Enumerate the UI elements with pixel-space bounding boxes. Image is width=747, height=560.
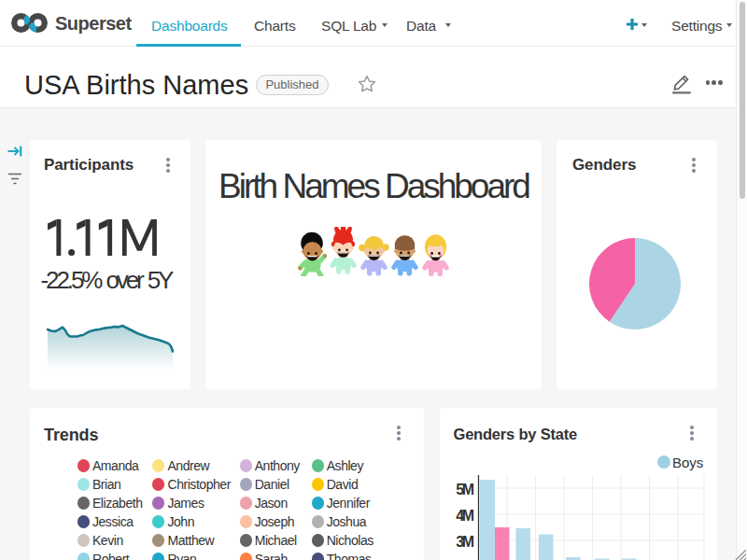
svg-text:4M: 4M: [456, 508, 474, 524]
svg-text:3M: 3M: [456, 534, 474, 550]
svg-text:5M: 5M: [456, 482, 474, 497]
